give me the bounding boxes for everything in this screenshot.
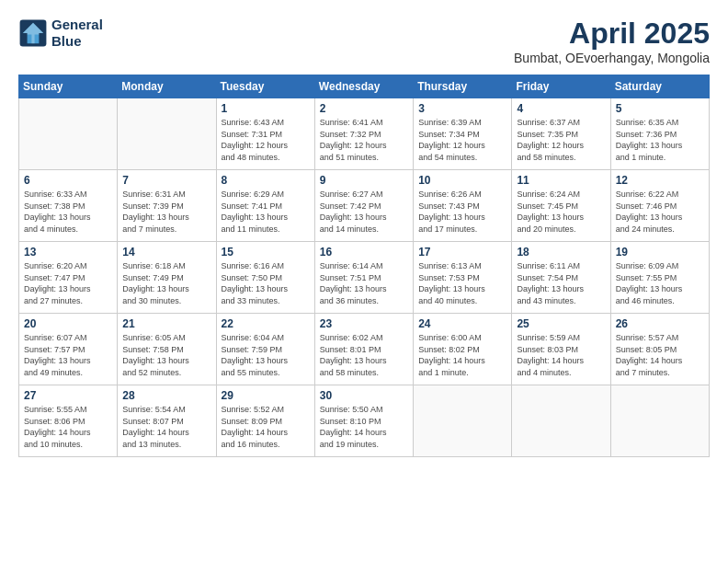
week-row-5: 27Sunrise: 5:55 AM Sunset: 8:06 PM Dayli… [19, 385, 710, 457]
weekday-header-saturday: Saturday [610, 75, 709, 98]
day-number: 4 [517, 102, 605, 115]
week-row-1: 1Sunrise: 6:43 AM Sunset: 7:31 PM Daylig… [19, 98, 710, 170]
day-number: 19 [616, 246, 704, 259]
calendar-cell: 7Sunrise: 6:31 AM Sunset: 7:39 PM Daylig… [118, 170, 216, 242]
calendar-cell [512, 385, 610, 457]
calendar-cell: 29Sunrise: 5:52 AM Sunset: 8:09 PM Dayli… [216, 385, 314, 457]
day-info: Sunrise: 6:37 AM Sunset: 7:35 PM Dayligh… [517, 117, 605, 163]
day-number: 6 [24, 174, 112, 187]
day-info: Sunrise: 6:41 AM Sunset: 7:32 PM Dayligh… [320, 117, 408, 163]
day-info: Sunrise: 6:20 AM Sunset: 7:47 PM Dayligh… [24, 260, 112, 306]
day-number: 16 [320, 246, 408, 259]
day-info: Sunrise: 6:31 AM Sunset: 7:39 PM Dayligh… [122, 189, 210, 235]
calendar-cell: 26Sunrise: 5:57 AM Sunset: 8:05 PM Dayli… [610, 314, 709, 385]
calendar-cell: 28Sunrise: 5:54 AM Sunset: 8:07 PM Dayli… [118, 385, 216, 457]
day-number: 26 [616, 317, 704, 330]
calendar-cell: 21Sunrise: 6:05 AM Sunset: 7:58 PM Dayli… [118, 314, 216, 385]
calendar-cell: 9Sunrise: 6:27 AM Sunset: 7:42 PM Daylig… [314, 170, 413, 242]
day-info: Sunrise: 6:27 AM Sunset: 7:42 PM Dayligh… [320, 189, 408, 235]
calendar-cell: 25Sunrise: 5:59 AM Sunset: 8:03 PM Dayli… [512, 314, 610, 385]
day-number: 5 [616, 102, 704, 115]
calendar-cell: 2Sunrise: 6:41 AM Sunset: 7:32 PM Daylig… [314, 98, 413, 170]
day-number: 23 [320, 317, 408, 330]
calendar-cell: 12Sunrise: 6:22 AM Sunset: 7:46 PM Dayli… [610, 170, 709, 242]
day-info: Sunrise: 6:22 AM Sunset: 7:46 PM Dayligh… [616, 189, 704, 235]
page: General Blue April 2025 Bumbat, OEvoerha… [0, 0, 728, 466]
day-info: Sunrise: 6:02 AM Sunset: 8:01 PM Dayligh… [320, 332, 408, 378]
day-number: 17 [418, 246, 506, 259]
calendar-cell: 20Sunrise: 6:07 AM Sunset: 7:57 PM Dayli… [19, 314, 118, 385]
weekday-header-row: SundayMondayTuesdayWednesdayThursdayFrid… [19, 75, 710, 98]
weekday-header-sunday: Sunday [19, 75, 118, 98]
calendar-cell: 27Sunrise: 5:55 AM Sunset: 8:06 PM Dayli… [19, 385, 118, 457]
calendar-cell: 22Sunrise: 6:04 AM Sunset: 7:59 PM Dayli… [216, 314, 314, 385]
day-number: 30 [320, 389, 408, 402]
week-row-3: 13Sunrise: 6:20 AM Sunset: 7:47 PM Dayli… [19, 242, 710, 314]
calendar-cell: 23Sunrise: 6:02 AM Sunset: 8:01 PM Dayli… [314, 314, 413, 385]
day-info: Sunrise: 6:13 AM Sunset: 7:53 PM Dayligh… [418, 260, 506, 306]
calendar-cell: 16Sunrise: 6:14 AM Sunset: 7:51 PM Dayli… [314, 242, 413, 314]
day-info: Sunrise: 6:09 AM Sunset: 7:55 PM Dayligh… [616, 260, 704, 306]
day-number: 1 [222, 102, 310, 115]
weekday-header-monday: Monday [118, 75, 216, 98]
day-number: 9 [320, 174, 408, 187]
logo-line1: General [51, 17, 103, 33]
calendar-cell: 15Sunrise: 6:16 AM Sunset: 7:50 PM Dayli… [216, 242, 314, 314]
day-number: 24 [418, 317, 506, 330]
day-info: Sunrise: 6:43 AM Sunset: 7:31 PM Dayligh… [222, 117, 310, 163]
calendar-cell: 4Sunrise: 6:37 AM Sunset: 7:35 PM Daylig… [512, 98, 610, 170]
day-number: 29 [222, 389, 310, 402]
day-number: 14 [122, 246, 210, 259]
day-info: Sunrise: 5:57 AM Sunset: 8:05 PM Dayligh… [616, 332, 704, 378]
day-info: Sunrise: 5:59 AM Sunset: 8:03 PM Dayligh… [517, 332, 605, 378]
day-number: 18 [517, 246, 605, 259]
logo-line2: Blue [51, 33, 103, 50]
day-info: Sunrise: 6:07 AM Sunset: 7:57 PM Dayligh… [24, 332, 112, 378]
calendar-cell [610, 385, 709, 457]
day-info: Sunrise: 5:52 AM Sunset: 8:09 PM Dayligh… [222, 404, 310, 450]
day-info: Sunrise: 6:35 AM Sunset: 7:36 PM Dayligh… [616, 117, 704, 163]
day-info: Sunrise: 6:26 AM Sunset: 7:43 PM Dayligh… [418, 189, 506, 235]
day-number: 10 [418, 174, 506, 187]
week-row-4: 20Sunrise: 6:07 AM Sunset: 7:57 PM Dayli… [19, 314, 710, 385]
header: General Blue April 2025 Bumbat, OEvoerha… [18, 17, 710, 65]
calendar-cell [414, 385, 512, 457]
logo: General Blue [18, 17, 103, 50]
day-number: 15 [222, 246, 310, 259]
calendar-cell: 1Sunrise: 6:43 AM Sunset: 7:31 PM Daylig… [216, 98, 314, 170]
calendar-cell: 10Sunrise: 6:26 AM Sunset: 7:43 PM Dayli… [414, 170, 512, 242]
location: Bumbat, OEvoerhangay, Mongolia [514, 51, 710, 65]
calendar-cell: 11Sunrise: 6:24 AM Sunset: 7:45 PM Dayli… [512, 170, 610, 242]
day-info: Sunrise: 6:39 AM Sunset: 7:34 PM Dayligh… [418, 117, 506, 163]
calendar-cell [118, 98, 216, 170]
day-number: 22 [222, 317, 310, 330]
day-info: Sunrise: 6:24 AM Sunset: 7:45 PM Dayligh… [517, 189, 605, 235]
day-number: 27 [24, 389, 112, 402]
weekday-header-thursday: Thursday [414, 75, 512, 98]
weekday-header-friday: Friday [512, 75, 610, 98]
day-info: Sunrise: 5:54 AM Sunset: 8:07 PM Dayligh… [122, 404, 210, 450]
day-number: 25 [517, 317, 605, 330]
day-info: Sunrise: 5:50 AM Sunset: 8:10 PM Dayligh… [320, 404, 408, 450]
calendar-cell: 6Sunrise: 6:33 AM Sunset: 7:38 PM Daylig… [19, 170, 118, 242]
calendar-cell: 8Sunrise: 6:29 AM Sunset: 7:41 PM Daylig… [216, 170, 314, 242]
day-info: Sunrise: 6:16 AM Sunset: 7:50 PM Dayligh… [222, 260, 310, 306]
day-number: 11 [517, 174, 605, 187]
calendar-cell: 18Sunrise: 6:11 AM Sunset: 7:54 PM Dayli… [512, 242, 610, 314]
day-number: 2 [320, 102, 408, 115]
day-number: 7 [122, 174, 210, 187]
calendar-cell: 17Sunrise: 6:13 AM Sunset: 7:53 PM Dayli… [414, 242, 512, 314]
calendar-cell: 5Sunrise: 6:35 AM Sunset: 7:36 PM Daylig… [610, 98, 709, 170]
day-number: 13 [24, 246, 112, 259]
day-info: Sunrise: 5:55 AM Sunset: 8:06 PM Dayligh… [24, 404, 112, 450]
day-number: 12 [616, 174, 704, 187]
logo-text: General Blue [51, 17, 103, 50]
title-block: April 2025 Bumbat, OEvoerhangay, Mongoli… [514, 17, 710, 65]
calendar-cell: 3Sunrise: 6:39 AM Sunset: 7:34 PM Daylig… [414, 98, 512, 170]
day-number: 20 [24, 317, 112, 330]
day-info: Sunrise: 6:14 AM Sunset: 7:51 PM Dayligh… [320, 260, 408, 306]
day-info: Sunrise: 6:04 AM Sunset: 7:59 PM Dayligh… [222, 332, 310, 378]
week-row-2: 6Sunrise: 6:33 AM Sunset: 7:38 PM Daylig… [19, 170, 710, 242]
day-number: 3 [418, 102, 506, 115]
calendar-cell: 19Sunrise: 6:09 AM Sunset: 7:55 PM Dayli… [610, 242, 709, 314]
